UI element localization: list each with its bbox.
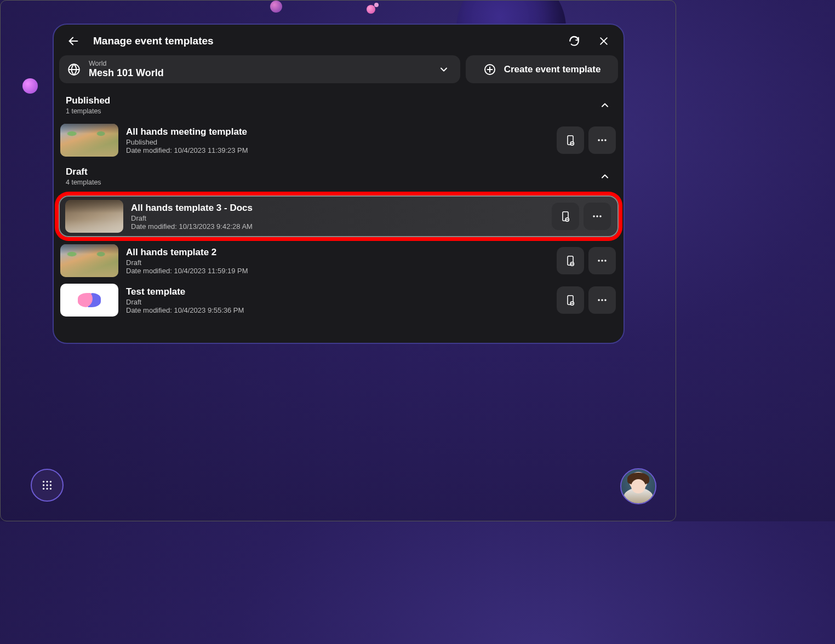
bg-orb	[22, 78, 38, 94]
manage-templates-panel: Manage event templates World Mesh 101 Wo…	[53, 24, 625, 344]
svg-point-36	[50, 484, 52, 486]
collapse-toggle[interactable]	[599, 100, 610, 111]
template-name: All hands template 2	[126, 247, 549, 258]
world-name: Mesh 101 World	[89, 67, 164, 79]
more-button[interactable]	[588, 286, 616, 314]
plus-circle-icon	[483, 63, 496, 76]
back-button[interactable]	[64, 31, 83, 51]
more-icon	[596, 294, 608, 306]
template-date: Date modified: 10/4/2023 11:39:23 PM	[126, 146, 549, 154]
device-button[interactable]	[557, 247, 584, 274]
template-info: All hands template 3 - DocsDraftDate mod…	[131, 203, 544, 231]
avatar-button[interactable]	[620, 468, 656, 504]
template-info: Test templateDraftDate modified: 10/4/20…	[126, 286, 549, 314]
close-icon	[598, 36, 609, 47]
more-button[interactable]	[588, 247, 616, 274]
template-status: Draft	[126, 298, 549, 306]
template-status: Draft	[131, 214, 544, 222]
template-date: Date modified: 10/4/2023 11:59:19 PM	[126, 267, 549, 275]
device-icon	[564, 134, 576, 146]
svg-point-22	[598, 260, 599, 261]
chevron-up-icon	[599, 171, 610, 182]
bg-orb	[270, 1, 282, 13]
bg-orb	[367, 5, 375, 14]
template-info: All hands meeting templatePublishedDate …	[126, 127, 549, 154]
template-status: Draft	[126, 258, 549, 267]
template-row[interactable]: All hands meeting templatePublishedDate …	[55, 120, 622, 160]
more-icon	[596, 134, 608, 146]
mesh-logo	[78, 293, 101, 307]
menu-button[interactable]	[31, 469, 64, 502]
bg-orb	[374, 3, 379, 7]
svg-point-18	[599, 215, 601, 217]
create-template-button[interactable]: Create event template	[466, 55, 618, 83]
svg-point-29	[601, 299, 603, 301]
globe-icon	[67, 62, 81, 77]
section-header[interactable]: Published1 templates	[54, 89, 624, 120]
template-row[interactable]: Test templateDraftDate modified: 10/4/20…	[55, 280, 622, 320]
svg-point-10	[598, 139, 599, 141]
more-icon	[591, 210, 603, 222]
refresh-icon	[568, 35, 580, 47]
template-actions	[552, 203, 611, 230]
close-button[interactable]	[594, 31, 614, 51]
template-actions	[557, 286, 616, 314]
svg-point-31	[43, 481, 44, 482]
template-name: All hands meeting template	[126, 127, 549, 137]
template-thumbnail	[60, 124, 118, 157]
refresh-button[interactable]	[564, 31, 584, 51]
device-icon	[559, 210, 571, 222]
svg-point-23	[601, 260, 603, 261]
svg-point-24	[604, 260, 606, 261]
more-button[interactable]	[588, 127, 616, 154]
svg-point-12	[604, 139, 606, 141]
svg-point-11	[601, 139, 603, 141]
more-icon	[596, 255, 608, 267]
svg-point-39	[50, 488, 52, 490]
template-info: All hands template 2DraftDate modified: …	[126, 247, 549, 275]
template-row[interactable]: All hands template 3 - DocsDraftDate mod…	[59, 196, 619, 237]
chevron-down-icon	[438, 64, 449, 75]
svg-point-33	[50, 481, 52, 482]
template-row[interactable]: All hands template 2DraftDate modified: …	[55, 241, 622, 280]
svg-point-30	[604, 299, 606, 301]
template-actions	[557, 127, 616, 154]
collapse-toggle[interactable]	[599, 171, 610, 182]
svg-point-37	[43, 488, 44, 490]
template-thumbnail	[60, 244, 118, 277]
grid-icon	[41, 479, 53, 491]
device-button[interactable]	[557, 286, 584, 314]
section-header[interactable]: Draft4 templates	[54, 160, 624, 192]
template-name: All hands template 3 - Docs	[131, 203, 544, 214]
section-title: Draft	[66, 166, 599, 177]
template-date: Date modified: 10/4/2023 9:55:36 PM	[126, 306, 549, 314]
template-actions	[557, 247, 616, 274]
create-template-label: Create event template	[504, 64, 601, 75]
template-date: Date modified: 10/13/2023 9:42:28 AM	[131, 222, 544, 231]
device-icon	[564, 294, 576, 306]
template-name: Test template	[126, 286, 549, 297]
svg-point-28	[598, 299, 599, 301]
world-selector[interactable]: World Mesh 101 World	[59, 55, 460, 83]
world-label: World	[89, 60, 164, 67]
svg-point-32	[46, 481, 48, 482]
arrow-left-icon	[67, 35, 79, 47]
template-thumbnail	[60, 284, 118, 317]
template-status: Published	[126, 138, 549, 146]
svg-point-16	[593, 215, 594, 217]
svg-point-35	[46, 484, 48, 486]
device-icon	[564, 255, 576, 267]
svg-point-17	[596, 215, 598, 217]
device-button[interactable]	[557, 127, 584, 154]
svg-point-34	[43, 484, 44, 486]
chevron-up-icon	[599, 100, 610, 111]
panel-title: Manage event templates	[93, 35, 554, 47]
template-list: Published1 templatesAll hands meeting te…	[54, 89, 624, 343]
toolbar-row: World Mesh 101 World Create event templa…	[54, 55, 624, 89]
section-subtitle: 1 templates	[66, 107, 599, 115]
section-title: Published	[66, 95, 599, 106]
device-button[interactable]	[552, 203, 579, 230]
avatar-face	[631, 479, 645, 493]
svg-point-38	[46, 488, 48, 490]
more-button[interactable]	[584, 203, 611, 230]
